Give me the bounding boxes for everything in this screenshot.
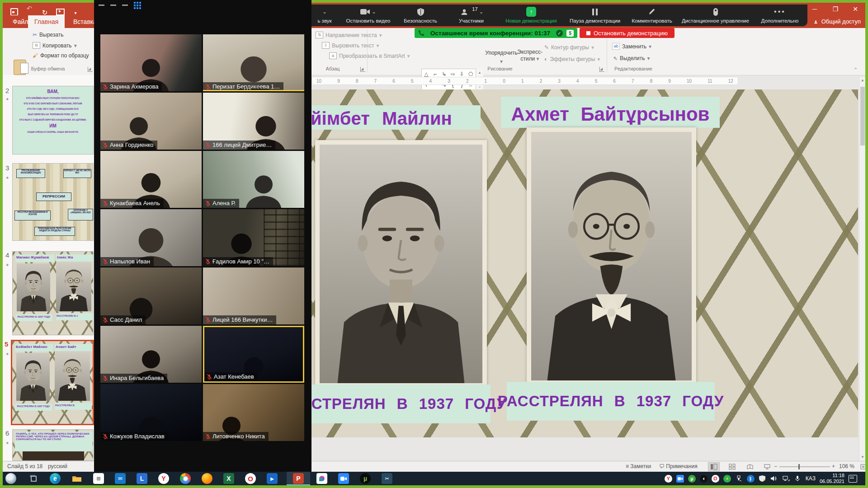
participant-tile[interactable]: Напылов Иван [100, 209, 202, 266]
slide-3-thumbnail[interactable]: ПРЕСЛЕДОВАНИЕ ИНАКОМЫСЛЯЩИХ БОРЬБА С «ВР… [12, 163, 94, 241]
zoom-out-icon[interactable]: − [774, 463, 777, 469]
movies-tv-icon[interactable]: ▶ [267, 473, 278, 484]
security-shield-icon[interactable]: ✓ [556, 30, 563, 37]
firefox-icon[interactable] [202, 473, 212, 484]
tray-antivirus-icon[interactable]: + [723, 475, 731, 483]
gallery-view-icon[interactable] [134, 2, 141, 9]
zoom-percentage[interactable]: 106 % [839, 463, 854, 469]
quick-styles-button[interactable]: Экспресс- стили ▾ [517, 49, 543, 62]
qat-customize-icon[interactable]: ▾ [71, 10, 80, 15]
shape-effects-button[interactable]: ◐ Эффекты фигуры▾ [544, 56, 600, 62]
mail-icon[interactable]: ✉ [115, 473, 126, 484]
drawing-dialog-launcher[interactable]: ◢ [599, 67, 604, 72]
chrome-icon[interactable] [180, 473, 191, 484]
restore-button[interactable]: ❐ [828, 4, 843, 14]
tray-utorrent-icon[interactable]: µ [688, 475, 696, 483]
reading-view-icon[interactable] [744, 462, 756, 471]
collapse-ribbon-icon[interactable]: ⌃ [854, 67, 858, 73]
powerpoint-icon[interactable]: P [293, 473, 304, 484]
zoom-slider-thumb[interactable] [798, 464, 800, 469]
stop-share-button[interactable]: Остановить демонстрацию [580, 28, 675, 38]
shape-outline-button[interactable]: ✎ Контур фигуры▾ [544, 44, 594, 51]
slide-4-thumbnail[interactable]: Мағжан Жұмабаев Ілияс Жа РАССТРЕЛЯН В 19… [12, 251, 94, 335]
powerpoint-taskbar-slot[interactable]: P [287, 472, 310, 485]
participant-tile[interactable]: Литовченко Никита [203, 384, 304, 441]
tray-network-icon[interactable] [782, 475, 790, 483]
store-icon[interactable]: ⊞ [93, 473, 104, 484]
participant-tile[interactable]: Алена Р. [203, 151, 304, 208]
close-button[interactable]: ✕ [848, 4, 863, 14]
participant-tile[interactable]: 166 лицей Дмитрие… [203, 93, 304, 150]
slide-sorter-view-icon[interactable] [726, 462, 738, 471]
dollar-icon[interactable]: $ [566, 30, 574, 37]
slide-caption-right-box[interactable]: РАССТРЕЛЯН В 1937 ГОДУ [507, 382, 715, 421]
security-button[interactable]: Безопасность [398, 6, 443, 26]
select-button[interactable]: ⇖ Выделить▾ [613, 55, 650, 61]
smartart-button[interactable]: ⧈ Преобразовать в SmartArt▾ [329, 52, 410, 59]
portrait-baitursynov-photo[interactable] [527, 127, 696, 385]
scroll-up-icon[interactable]: ▲ [859, 77, 866, 84]
window-drag-handle-icon[interactable] [99, 5, 104, 6]
unmute-audio-button[interactable]: ⌄ ь звук [311, 6, 338, 26]
align-text-button[interactable]: ⇳ Выровнять текст▾ [322, 42, 379, 49]
language-indicator[interactable]: русский [48, 463, 67, 469]
participant-tile[interactable]: Лицей 166 Вичкутки… [203, 267, 304, 324]
normal-view-icon[interactable] [708, 462, 720, 471]
tray-zoom-icon[interactable] [676, 475, 684, 483]
clipboard-dialog-launcher[interactable]: ◢ [88, 67, 93, 72]
paint-3d-icon[interactable] [316, 473, 327, 484]
replace-button[interactable]: ab Заменить▾ [612, 43, 651, 50]
excel-icon[interactable]: X [223, 473, 234, 484]
tray-opera-icon[interactable]: O [712, 475, 719, 483]
tray-usb-icon[interactable] [735, 475, 743, 483]
tray-volume-icon[interactable] [770, 475, 778, 483]
slide-title-right-box[interactable]: Ахмет Байтұрсынов [501, 97, 720, 128]
annotate-button[interactable]: Комментировать [628, 6, 676, 26]
tray-bluetooth-icon[interactable]: ᛒ [747, 475, 755, 483]
edge-icon[interactable]: e [50, 473, 61, 484]
tab-home[interactable]: Главная [28, 15, 65, 28]
remote-control-button[interactable]: Дистанционное управление [678, 6, 753, 26]
participant-tile-active-speaker[interactable]: Азат Кенебаев [203, 326, 304, 383]
clock[interactable]: 11:18 06.05.2021 [820, 473, 844, 484]
participant-tile[interactable]: Зарина Ахмерова [100, 34, 202, 91]
comments-button[interactable]: 🗩 Примечания [659, 463, 698, 469]
copy-button[interactable]: ⧉ Копировать▾ [33, 42, 77, 49]
participant-tile[interactable]: Кунакбаева Анель [100, 151, 202, 208]
scrollbar-thumb[interactable] [860, 87, 865, 145]
action-center-icon[interactable] [849, 475, 857, 483]
zoom-slider[interactable] [779, 466, 830, 467]
participant-tile[interactable]: Перизат Бердикеева 1… [203, 34, 304, 91]
participant-tile[interactable]: Инара Бельгибаева [100, 326, 202, 383]
zoom-in-icon[interactable]: + [832, 463, 835, 469]
cut-button[interactable]: ✂ Вырезать [33, 32, 63, 38]
minimize-button[interactable]: ─ [807, 4, 822, 14]
format-painter-button[interactable]: 🖌 Формат по образцу [33, 52, 89, 59]
notes-button[interactable]: ≡ Заметки [626, 463, 651, 469]
tray-opera-gx-icon[interactable]: ◖ [700, 475, 708, 483]
minimize-window-icon[interactable] [110, 5, 116, 6]
pause-share-button[interactable]: Пауза демонстрации [564, 6, 626, 26]
start-button[interactable] [5, 473, 16, 484]
stop-video-button[interactable]: ⌄ Остановить видео [340, 6, 396, 26]
slide-5-thumbnail-selected[interactable]: Бейімбет Майлин Ахмет Байт РАССТРЕЛЯН В … [11, 340, 94, 425]
text-direction-button[interactable]: ⇅ Направление текста▾ [316, 32, 382, 38]
slide-6-thumbnail[interactable]: ПАМЯТЬ О ТЕХ, КТО ПРОШЁЛ ЧЕРЕЗ ПОЛИТИЧЕС… [12, 429, 94, 461]
paragraph-dialog-launcher[interactable]: ◢ [360, 67, 365, 72]
slide-caption-left-box[interactable]: РАССТРЕЛЯН В 1937 ГОДУ [296, 385, 491, 423]
participant-tile[interactable]: Анна Гордиенко [100, 93, 202, 150]
slide-2-thumbnail[interactable]: ВАМ, КТО КЛЕЙМЁН БЫЛ СТАТЬЁЮ ПОЛСОТНИ ВО… [12, 86, 94, 155]
scroll-down-icon[interactable]: ▼ [859, 454, 866, 461]
tray-yandex-icon[interactable]: Y [665, 475, 672, 483]
language-switcher[interactable]: КАЗ [806, 475, 816, 482]
utorrent-icon[interactable]: µ [360, 473, 371, 484]
more-button[interactable]: ••• Дополнительно [755, 6, 805, 26]
participant-tile[interactable]: Ғадилов Амир 10 "… [203, 209, 304, 266]
slide-canvas[interactable]: Бейімбет Майлин Ахмет Байтұрсынов РАССТР… [253, 89, 858, 437]
portrait-mailin-photo[interactable] [315, 140, 487, 388]
lightshot-icon[interactable]: L [137, 473, 147, 484]
yandex-browser-icon[interactable]: Y [158, 473, 169, 484]
zoom-app-icon[interactable] [338, 473, 349, 484]
opera-icon[interactable]: O [245, 473, 256, 484]
participants-button[interactable]: 17 ⌄ Участники [445, 6, 497, 26]
